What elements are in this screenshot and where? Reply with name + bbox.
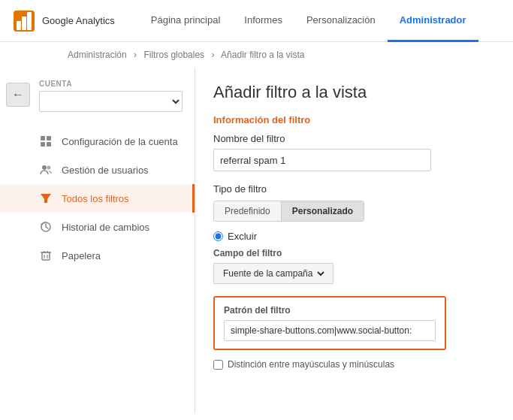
back-button[interactable]: ←: [6, 83, 30, 107]
cuenta-select[interactable]: [39, 91, 183, 112]
svg-rect-13: [42, 252, 50, 260]
svg-marker-10: [41, 194, 51, 203]
breadcrumb: Administración › Filtros globales › Añad…: [0, 42, 513, 68]
sidebar-item-filtros[interactable]: Todos los filtros: [0, 184, 195, 213]
filter-name-input[interactable]: [213, 149, 431, 171]
content-area: Añadir filtro a la vista Información del…: [195, 68, 513, 413]
history-icon: [39, 220, 53, 234]
distinction-checkbox[interactable]: [213, 360, 223, 370]
svg-point-9: [47, 166, 51, 170]
nav-administrador[interactable]: Administrador: [388, 0, 478, 42]
sidebar-item-historial[interactable]: Historial de cambios: [0, 213, 195, 241]
svg-rect-7: [47, 142, 51, 147]
main-layout: ← CUENTA Configuración de la cuenta: [0, 68, 513, 413]
ga-logo-icon: [12, 9, 36, 33]
sidebar-label-historial: Historial de cambios: [62, 222, 149, 233]
users-icon: [39, 163, 53, 177]
campo-select[interactable]: Fuente de la campaña: [220, 267, 327, 279]
sidebar-label-papelera: Papelera: [62, 250, 101, 261]
trash-icon: [39, 249, 53, 262]
svg-rect-2: [22, 17, 26, 30]
page-title: Añadir filtro a la vista: [213, 83, 495, 102]
svg-rect-1: [17, 21, 21, 30]
sidebar-label-usuarios: Gestión de usuarios: [62, 165, 149, 176]
sidebar-label-configuracion: Configuración de la cuenta: [62, 136, 178, 147]
config-icon: [39, 134, 53, 148]
distinction-row: Distinción entre mayúsculas y minúsculas: [213, 359, 495, 370]
svg-rect-3: [27, 12, 32, 30]
filter-type-tabs: Predefinido Personalizado: [213, 201, 364, 222]
breadcrumb-filtros[interactable]: Filtros globales: [143, 50, 204, 60]
campo-select-wrapper[interactable]: Fuente de la campaña: [213, 263, 333, 284]
sidebar: ← CUENTA Configuración de la cuenta: [0, 68, 195, 413]
svg-rect-4: [41, 136, 45, 141]
sidebar-nav: Configuración de la cuenta Gestión de us…: [0, 127, 195, 270]
sidebar-item-papelera[interactable]: Papelera: [0, 241, 195, 270]
svg-point-8: [42, 165, 47, 170]
tab-predefined[interactable]: Predefinido: [214, 201, 282, 221]
filter-type-section: Tipo de filtro Predefinido Personalizado: [213, 183, 495, 222]
campo-label: Campo del filtro: [213, 248, 495, 258]
top-nav: Página principal Informes Personalizació…: [139, 0, 501, 42]
exclude-radio[interactable]: [213, 231, 223, 241]
svg-rect-5: [47, 136, 51, 141]
filter-type-label: Tipo de filtro: [213, 183, 495, 195]
sidebar-label-filtros: Todos los filtros: [62, 193, 129, 204]
exclude-label: Excluir: [228, 231, 257, 242]
patron-input[interactable]: [224, 320, 436, 341]
breadcrumb-current: Añadir filtro a la vista: [221, 50, 304, 60]
logo-area: Google Analytics: [12, 9, 115, 33]
sidebar-item-usuarios[interactable]: Gestión de usuarios: [0, 156, 195, 184]
header: Google Analytics Página principal Inform…: [0, 0, 513, 42]
logo-text: Google Analytics: [42, 15, 115, 26]
info-section-label: Información del filtro: [213, 114, 495, 125]
filter-name-label: Nombre del filtro: [213, 133, 495, 144]
tab-custom[interactable]: Personalizado: [282, 201, 364, 221]
breadcrumb-admin[interactable]: Administración: [68, 50, 127, 60]
filter-icon: [39, 192, 53, 205]
nav-informes[interactable]: Informes: [232, 0, 294, 42]
sidebar-item-configuracion[interactable]: Configuración de la cuenta: [0, 127, 195, 156]
nav-personalizacion[interactable]: Personalización: [294, 0, 388, 42]
patron-section: Patrón del filtro: [213, 296, 446, 350]
exclude-row: Excluir: [213, 231, 495, 242]
patron-label: Patrón del filtro: [224, 305, 436, 316]
nav-pagina-principal[interactable]: Página principal: [139, 0, 233, 42]
distinction-label: Distinción entre mayúsculas y minúsculas: [228, 359, 394, 370]
svg-rect-6: [41, 142, 45, 147]
